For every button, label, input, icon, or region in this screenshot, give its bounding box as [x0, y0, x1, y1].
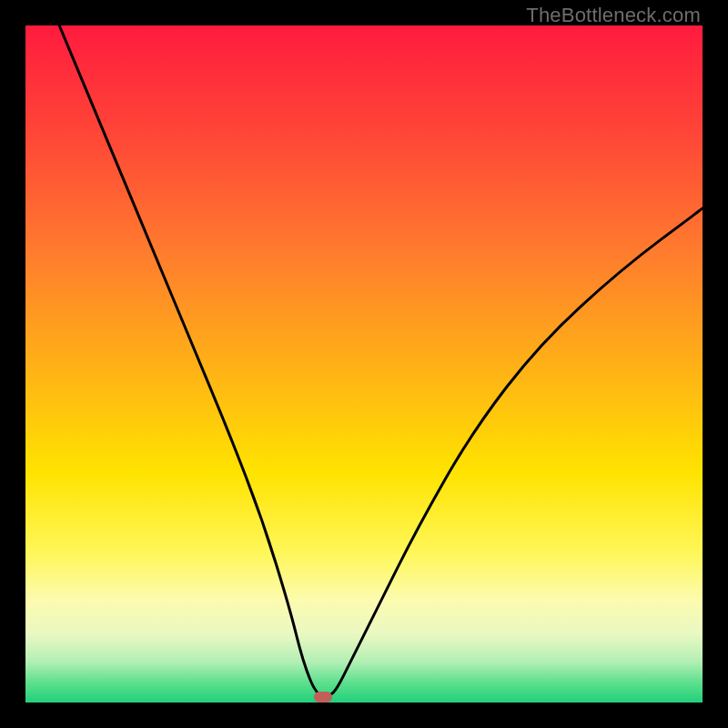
optimal-point-marker — [314, 692, 332, 703]
chart-frame: TheBottleneck.com — [0, 0, 728, 728]
bottleneck-curve — [25, 25, 703, 703]
plot-area — [25, 25, 703, 703]
watermark-text: TheBottleneck.com — [526, 4, 701, 27]
